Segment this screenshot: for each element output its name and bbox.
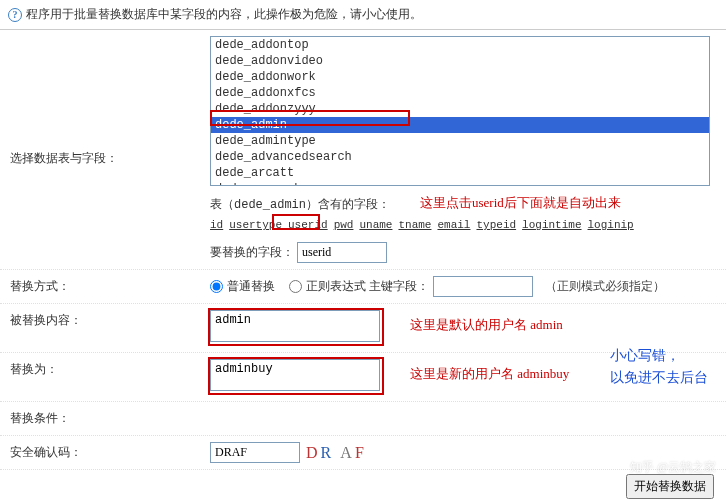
warning-bar: ? 程序用于批量替换数据库中某字段的内容，此操作极为危险，请小心使用。 bbox=[0, 0, 726, 30]
listbox-item[interactable]: dede_advancedsearch bbox=[211, 149, 709, 165]
field-link[interactable]: uname bbox=[359, 219, 392, 231]
radio-normal[interactable] bbox=[210, 280, 223, 293]
field-link[interactable]: loginip bbox=[588, 219, 634, 231]
captcha-image[interactable]: DR AF bbox=[306, 444, 367, 462]
field-link[interactable]: usertype bbox=[229, 219, 282, 231]
field-link[interactable]: tname bbox=[398, 219, 431, 231]
field-link-list: id usertype userid pwd uname tname email… bbox=[210, 217, 716, 232]
radio-regex-label: 正则表达式 主键字段： bbox=[306, 278, 429, 295]
info-icon: ? bbox=[8, 8, 22, 22]
field-link[interactable]: logintime bbox=[522, 219, 581, 231]
content-from-input[interactable] bbox=[210, 310, 380, 342]
table-listbox[interactable]: dede_addontopdede_addonvideodede_addonwo… bbox=[210, 36, 710, 186]
field-link[interactable]: userid bbox=[288, 219, 328, 231]
label-condition: 替换条件： bbox=[0, 402, 200, 435]
annotation-userid: 这里点击userid后下面就是自动出来 bbox=[420, 194, 621, 212]
listbox-item[interactable]: dede_admintype bbox=[211, 133, 709, 149]
field-link[interactable]: email bbox=[437, 219, 470, 231]
label-replaced-content: 被替换内容： bbox=[0, 304, 200, 352]
listbox-item[interactable]: dede_addontop bbox=[211, 37, 709, 53]
field-link[interactable]: typeid bbox=[476, 219, 516, 231]
replace-field-input[interactable] bbox=[297, 242, 387, 263]
listbox-item[interactable]: dede_arcatt bbox=[211, 165, 709, 181]
radio-normal-label: 普通替换 bbox=[227, 278, 275, 295]
listbox-item[interactable]: dede_arccache bbox=[211, 181, 709, 186]
listbox-item[interactable]: dede_addonxfcs bbox=[211, 85, 709, 101]
warning-text: 程序用于批量替换数据库中某字段的内容，此操作极为危险，请小心使用。 bbox=[26, 6, 422, 23]
annotation-caution: 小心写错， 以免进不去后台 bbox=[610, 345, 708, 390]
listbox-item[interactable]: dede_addonzyyy bbox=[211, 101, 709, 117]
label-captcha: 安全确认码： bbox=[0, 436, 200, 469]
content-to-input[interactable] bbox=[210, 359, 380, 391]
annotation-from: 这里是默认的用户名 admin bbox=[410, 316, 563, 334]
field-link[interactable]: id bbox=[210, 219, 223, 231]
label-replace-mode: 替换方式： bbox=[0, 270, 200, 303]
label-select-table: 选择数据表与字段： bbox=[0, 30, 200, 175]
listbox-item[interactable]: dede_addonvideo bbox=[211, 53, 709, 69]
submit-button[interactable]: 开始替换数据 bbox=[626, 474, 714, 499]
regex-key-input[interactable] bbox=[433, 276, 533, 297]
annotation-to: 这里是新的用户名 adminbuy bbox=[410, 365, 569, 383]
fields-header: 表（dede_admin）含有的字段： bbox=[210, 198, 390, 212]
replace-field-label: 要替换的字段： bbox=[210, 245, 294, 259]
radio-regex[interactable] bbox=[289, 280, 302, 293]
label-replace-to: 替换为： bbox=[0, 353, 200, 401]
listbox-item[interactable]: dede_admin bbox=[211, 117, 709, 133]
listbox-item[interactable]: dede_addonwork bbox=[211, 69, 709, 85]
captcha-input[interactable] bbox=[210, 442, 300, 463]
regex-note: （正则模式必须指定） bbox=[545, 278, 665, 295]
field-link[interactable]: pwd bbox=[334, 219, 354, 231]
